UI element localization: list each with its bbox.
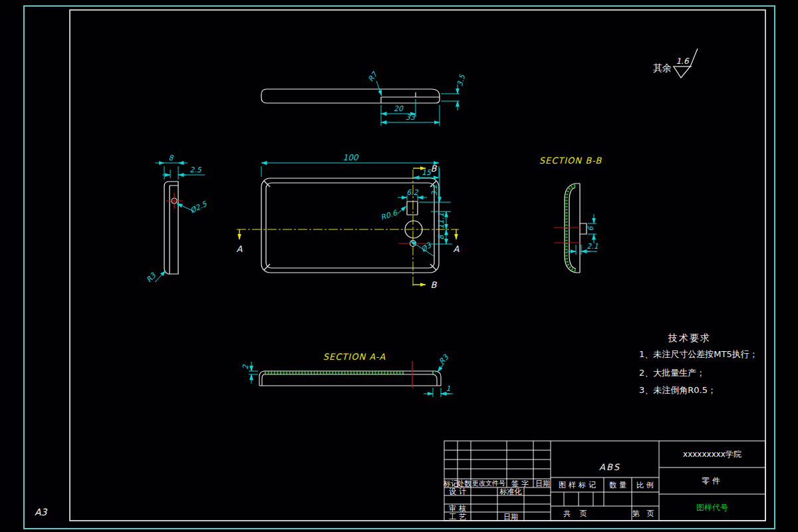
tb-sheet-label: 第 — [632, 509, 640, 519]
dim-2-5: 2.5 — [190, 166, 201, 174]
dim-2-1: 2.1 — [587, 242, 598, 251]
dim-8-vert: 8 — [437, 235, 446, 240]
side-view-dims — [155, 163, 205, 282]
side-view-outline — [164, 182, 178, 274]
side-view: 8 2.5 Ø2.5 R3 — [145, 154, 209, 284]
dim-r3-side: R3 — [145, 271, 158, 284]
dim-2: 2 — [241, 364, 250, 370]
dim-20: 20 — [394, 104, 404, 113]
section-bb-hatch — [567, 186, 576, 271]
dim-100: 100 — [343, 153, 359, 162]
tb-stamp-label: 图样标记 — [559, 480, 598, 490]
dim-3-5: 3.5 — [456, 73, 467, 87]
inner-border — [70, 10, 765, 521]
dim-1: 1 — [446, 384, 451, 393]
top-view: 20 33 R7 3.5 — [261, 69, 467, 126]
section-bb-view: SECTION B-B 6 2.1 — [539, 156, 602, 273]
tb-row-process: 工艺 — [449, 512, 469, 522]
dim-dia2-5: Ø2.5 — [189, 200, 209, 215]
dim-dia3: Ø3 — [420, 241, 434, 254]
side-view-red-cross — [166, 193, 183, 209]
tb-row-design: 设计 — [449, 487, 469, 497]
section-a-label-right: A — [454, 244, 460, 254]
section-b-label-top: B — [431, 164, 438, 174]
dim-3-2: 3.2 — [430, 184, 439, 196]
finish-prefix-label: 其余 — [653, 63, 672, 73]
dim-15: 15 — [422, 168, 432, 177]
front-view-dims — [261, 163, 452, 256]
tb-company: xxxxxxxxx学院 — [683, 449, 741, 460]
tech-req-title: 技术要求 — [668, 332, 711, 344]
dim-11-1: 11.1 — [437, 213, 446, 229]
tb-drawing-code: 图样代号 — [696, 502, 728, 513]
tb-total-label: 共 — [564, 509, 571, 519]
dim-8-width: 8 — [169, 154, 174, 162]
sheet-size-label: A3 — [35, 507, 47, 517]
outer-border — [24, 6, 775, 529]
cad-drawing-canvas[interactable]: 其余 1.6 20 33 R7 3.5 — [0, 0, 798, 532]
tb-row-date: 日期 — [503, 512, 518, 522]
drawing-sheet: 其余 1.6 20 33 R7 3.5 — [0, 0, 798, 532]
dim-33: 33 — [406, 113, 416, 122]
dim-r7: R7 — [366, 69, 380, 83]
tb-qty-label: 数量 — [609, 480, 629, 490]
dim-6: 6 — [587, 226, 595, 231]
section-bb-title: SECTION B-B — [539, 156, 602, 166]
tb-col-date: 日期 — [535, 479, 550, 489]
tb-total-page-label: 页 — [580, 509, 587, 519]
tech-req-item-1: 1、未注尺寸公差按MT5执行； — [639, 348, 758, 360]
tb-part-label: 零件 — [702, 475, 723, 487]
section-aa-view: SECTION A-A 2 R3 1 — [241, 352, 453, 397]
section-aa-dims — [249, 362, 453, 397]
tech-req-item-2: 2、大批量生产； — [639, 367, 705, 379]
section-a-label-left: A — [237, 244, 243, 254]
tb-sheet-page-label: 页 — [647, 509, 654, 519]
front-view: A A B B 100 15 6.2 3.2 11.1 8 R0.6 Ø3 — [237, 153, 460, 290]
tb-material: ABS — [599, 462, 620, 472]
section-aa-title: SECTION A-A — [323, 352, 386, 362]
tb-row-standard: 标准化 — [500, 487, 522, 497]
finish-value: 1.6 — [676, 57, 689, 66]
section-b-label-bottom: B — [431, 280, 438, 290]
top-view-outline — [261, 89, 440, 103]
dim-6-2: 6.2 — [406, 188, 418, 197]
dim-r0-6: R0.6 — [380, 208, 399, 221]
tb-scale-label: 比例 — [636, 480, 656, 490]
dim-r3-aa: R3 — [438, 352, 451, 366]
section-arrows — [239, 168, 456, 285]
centerlines — [237, 170, 459, 286]
tech-req-item-3: 3、未注倒角R0.5； — [639, 384, 716, 396]
